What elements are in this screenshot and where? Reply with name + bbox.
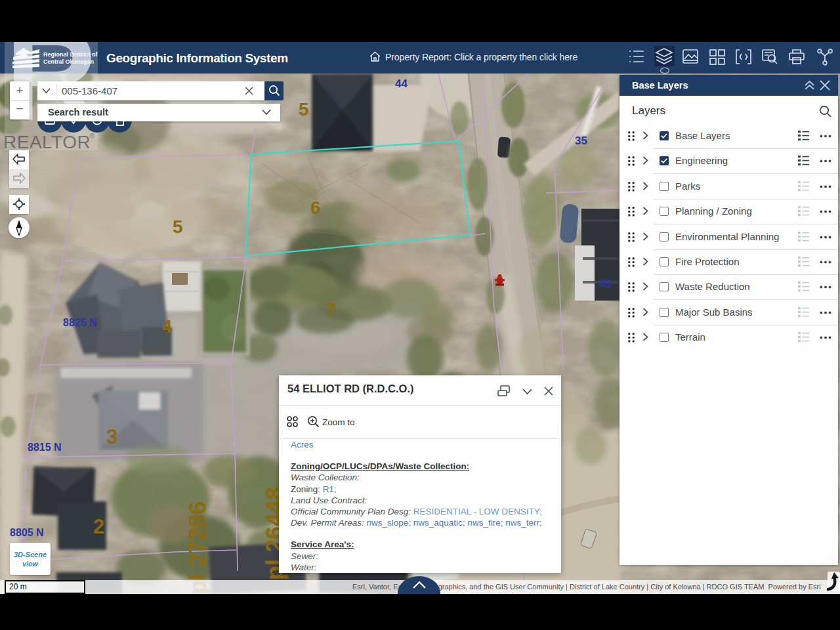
svg-text:5: 5 [299,99,309,119]
svg-text:8815 N: 8815 N [28,442,62,453]
svg-text:4: 4 [162,317,172,337]
svg-text:5: 5 [173,217,183,237]
svg-text:45: 45 [599,278,612,290]
svg-text:7: 7 [326,299,337,320]
svg-text:3: 3 [106,425,117,448]
svg-text:35: 35 [575,135,587,147]
svg-text:2: 2 [93,515,104,538]
svg-text:44: 44 [395,77,408,90]
svg-text:8805 N: 8805 N [10,527,44,538]
svg-text:6: 6 [310,198,321,218]
svg-text:8825 N: 8825 N [63,317,97,328]
